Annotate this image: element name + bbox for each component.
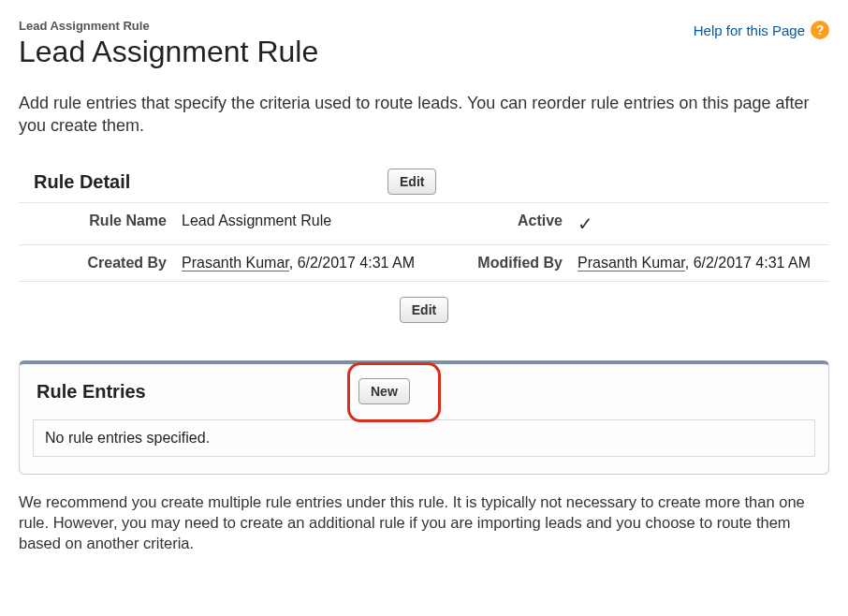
rule-entries-section: Rule Entries New No rule entries specifi… [19, 360, 829, 475]
rule-detail-section: Rule Detail Edit Rule Name Lead Assignme… [19, 168, 829, 360]
help-link-text: Help for this Page [694, 22, 805, 38]
created-by-user-link[interactable]: Prasanth Kumar [182, 255, 289, 271]
rule-name-value: Lead Assignment Rule [174, 202, 433, 244]
breadcrumb: Lead Assignment Rule [19, 19, 318, 33]
modified-by-user-link[interactable]: Prasanth Kumar [578, 255, 685, 271]
edit-button-bottom[interactable]: Edit [400, 297, 448, 323]
help-link[interactable]: Help for this Page ? [694, 21, 829, 39]
created-by-label: Created By [19, 244, 174, 281]
new-button[interactable]: New [358, 378, 410, 404]
page-description: Add rule entries that specify the criter… [19, 92, 829, 138]
rule-detail-table: Rule Name Lead Assignment Rule Active ✓ … [19, 202, 829, 282]
modified-by-time: , 6/2/2017 4:31 AM [685, 255, 811, 271]
footer-note: We recommend you create multiple rule en… [19, 491, 829, 554]
rule-detail-title: Rule Detail [19, 168, 352, 197]
help-icon: ? [811, 21, 829, 39]
edit-button[interactable]: Edit [387, 169, 436, 195]
table-row: Rule Name Lead Assignment Rule Active ✓ [19, 202, 829, 244]
created-by-time: , 6/2/2017 4:31 AM [289, 255, 415, 271]
page-title: Lead Assignment Rule [19, 35, 318, 69]
rule-entries-title: Rule Entries [33, 377, 146, 406]
active-label: Active [433, 202, 570, 244]
modified-by-label: Modified By [433, 244, 570, 281]
table-row: Created By Prasanth Kumar, 6/2/2017 4:31… [19, 244, 829, 281]
rule-name-label: Rule Name [19, 202, 174, 244]
active-checkmark-icon: ✓ [578, 213, 593, 234]
empty-rule-entries-message: No rule entries specified. [33, 419, 815, 457]
